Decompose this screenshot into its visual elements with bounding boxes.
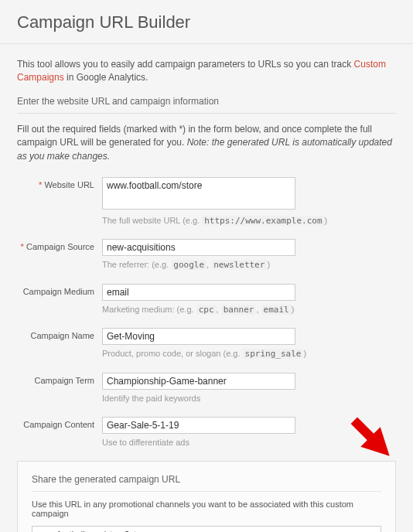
share-panel: Share the generated campaign URL Use thi… (17, 461, 396, 532)
required-marker: * (39, 180, 42, 189)
campaign-name-input[interactable] (102, 328, 295, 345)
label-website-url: * Website URL (17, 177, 102, 227)
row-campaign-name: Campaign Name Product, promo code, or sl… (17, 328, 396, 360)
hint-campaign-term: Identify the paid keywords (102, 393, 396, 404)
website-url-input[interactable]: www.football.com/store (102, 177, 295, 210)
hint-code: banner (221, 305, 257, 315)
hint-campaign-source: The referrer: (e.g. google, newsletter) (102, 259, 396, 271)
hint-text: ) (303, 349, 306, 358)
hint-text: , (256, 305, 261, 314)
hint-code: newsletter (211, 260, 267, 270)
hint-campaign-medium: Marketing medium: (e.g. cpc, banner, ema… (102, 304, 396, 315)
label-campaign-content: Campaign Content (17, 417, 102, 448)
intro-suffix: in Google Analytics. (64, 72, 148, 83)
hint-code: https://www.example.com (202, 216, 324, 226)
intro-text: This tool allows you to easily add campa… (17, 58, 396, 85)
row-campaign-term: Campaign Term Identify the paid keywords (17, 373, 396, 404)
label-campaign-medium: Campaign Medium (17, 284, 102, 315)
hint-text: Marketing medium: (e.g. (102, 305, 196, 314)
label-campaign-name: Campaign Name (17, 328, 102, 360)
row-campaign-content: Campaign Content Use to differentiate ad… (17, 417, 396, 448)
required-marker: * (21, 242, 24, 251)
hint-text: The full website URL (e.g. (102, 216, 202, 225)
campaign-content-input[interactable] (102, 417, 295, 434)
share-description: Use this URL in any promotional channels… (32, 500, 381, 518)
hint-campaign-content: Use to differentiate ads (102, 437, 396, 448)
hint-code: cpc (196, 305, 217, 315)
hint-text: , (217, 305, 221, 314)
hint-code: spring_sale (243, 349, 304, 359)
hint-text: ) (292, 305, 295, 314)
hint-text: Product, promo code, or slogan (e.g. (102, 349, 243, 358)
hint-website-url: The full website URL (e.g. https://www.e… (102, 215, 396, 227)
hint-text: ) (325, 216, 328, 225)
section-heading: Enter the website URL and campaign infor… (17, 96, 396, 114)
label-text: Campaign Source (26, 242, 94, 251)
campaign-medium-input[interactable] (102, 284, 295, 301)
generated-url-output[interactable]: www.football.com/store?utm_source=new-ac… (32, 526, 381, 532)
row-website-url: * Website URL www.football.com/store The… (17, 177, 396, 227)
row-campaign-source: * Campaign Source The referrer: (e.g. go… (17, 239, 396, 271)
page-title: Campaign URL Builder (0, 0, 413, 44)
campaign-source-input[interactable] (102, 239, 295, 256)
campaign-term-input[interactable] (102, 373, 295, 390)
label-campaign-source: * Campaign Source (17, 239, 102, 271)
instructions: Fill out the required fields (marked wit… (17, 123, 396, 163)
label-campaign-term: Campaign Term (17, 373, 102, 404)
hint-campaign-name: Product, promo code, or slogan (e.g. spr… (102, 348, 396, 360)
hint-code: google (171, 260, 206, 270)
hint-code: email (261, 305, 292, 315)
hint-text: The referrer: (e.g. (102, 260, 171, 269)
share-heading: Share the generated campaign URL (32, 474, 381, 492)
row-campaign-medium: Campaign Medium Marketing medium: (e.g. … (17, 284, 396, 315)
hint-text: ) (267, 260, 270, 269)
label-text: Website URL (44, 180, 94, 189)
intro-prefix: This tool allows you to easily add campa… (17, 59, 354, 70)
